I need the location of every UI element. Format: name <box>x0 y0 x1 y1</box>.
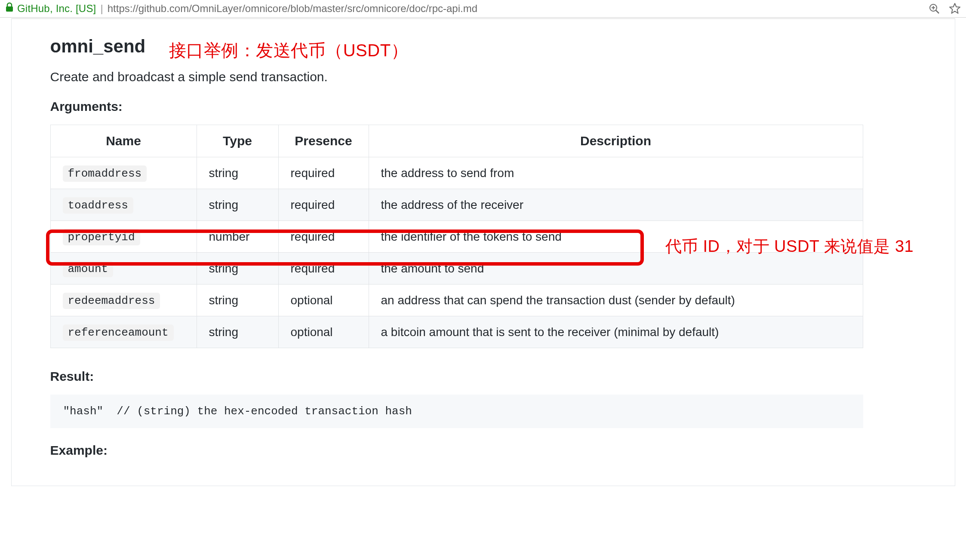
arg-name: redeemaddress <box>63 293 160 309</box>
result-code-block: "hash" // (string) the hex-encoded trans… <box>50 395 863 428</box>
arg-presence: required <box>278 221 369 253</box>
table-row: referenceamount string optional a bitcoi… <box>50 316 863 348</box>
page-url[interactable]: https://github.com/OmniLayer/omnicore/bl… <box>108 3 477 15</box>
address-separator: | <box>100 3 103 15</box>
star-icon[interactable] <box>949 3 961 15</box>
method-description: Create and broadcast a simple send trans… <box>50 70 916 84</box>
arg-presence: optional <box>278 285 369 316</box>
col-type: Type <box>197 125 278 157</box>
arg-type: string <box>197 157 278 189</box>
col-name: Name <box>50 125 197 157</box>
arg-name: propertyid <box>63 229 140 245</box>
annotation-side-note: 代币 ID，对于 USDT 来说值是 31 <box>665 236 914 257</box>
zoom-icon[interactable] <box>928 3 940 15</box>
arguments-table-wrap: Name Type Presence Description fromaddre… <box>50 125 863 348</box>
example-heading: Example: <box>50 443 916 458</box>
arg-presence: required <box>278 253 369 285</box>
arg-presence: required <box>278 189 369 221</box>
arg-name: fromaddress <box>63 165 147 182</box>
svg-line-2 <box>936 10 939 13</box>
heading-row: omni_send 接口举例：发送代币（USDT） <box>50 32 916 70</box>
col-presence: Presence <box>278 125 369 157</box>
arg-description: a bitcoin amount that is sent to the rec… <box>369 316 863 348</box>
arg-name: referenceamount <box>63 324 174 341</box>
arguments-heading: Arguments: <box>50 99 916 114</box>
col-description: Description <box>369 125 863 157</box>
annotation-heading: 接口举例：发送代币（USDT） <box>169 39 408 62</box>
site-identity-label: GitHub, Inc. [US] <box>17 3 96 15</box>
table-row: toaddress string required the address of… <box>50 189 863 221</box>
svg-rect-0 <box>6 6 13 12</box>
arg-description: the address of the receiver <box>369 189 863 221</box>
result-heading: Result: <box>50 369 916 384</box>
arg-presence: optional <box>278 316 369 348</box>
arg-type: number <box>197 221 278 253</box>
arg-presence: required <box>278 157 369 189</box>
table-header-row: Name Type Presence Description <box>50 125 863 157</box>
table-row: redeemaddress string optional an address… <box>50 285 863 316</box>
arg-description: an address that can spend the transactio… <box>369 285 863 316</box>
table-row: fromaddress string required the address … <box>50 157 863 189</box>
arg-name: toaddress <box>63 197 133 214</box>
api-method-heading: omni_send <box>50 36 146 57</box>
browser-address-bar: GitHub, Inc. [US] | https://github.com/O… <box>0 0 966 18</box>
arg-name: amount <box>63 261 114 277</box>
arg-description: the address to send from <box>369 157 863 189</box>
lock-icon <box>5 2 14 15</box>
arg-type: string <box>197 253 278 285</box>
svg-marker-5 <box>950 3 960 13</box>
arg-type: string <box>197 316 278 348</box>
document-content: omni_send 接口举例：发送代币（USDT） Create and bro… <box>11 18 955 486</box>
arg-type: string <box>197 189 278 221</box>
arg-type: string <box>197 285 278 316</box>
